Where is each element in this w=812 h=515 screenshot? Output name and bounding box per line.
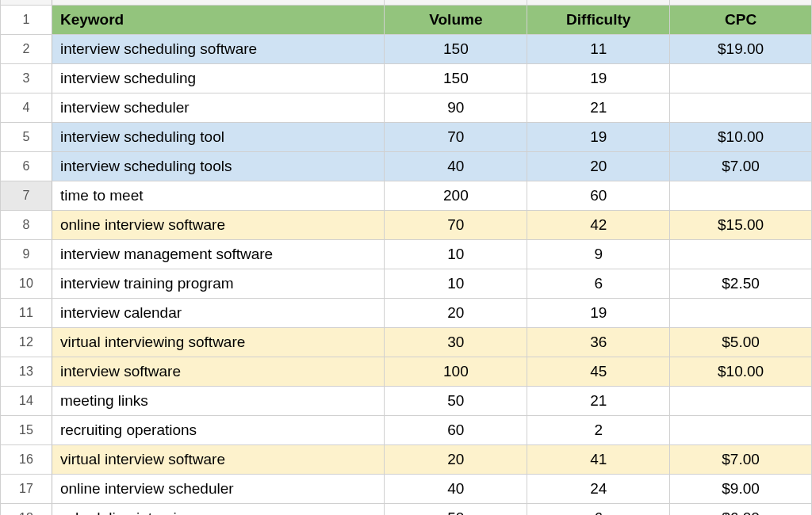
table-row: 9 interview management software 10 9 [1, 239, 812, 269]
header-keyword[interactable]: Keyword [52, 5, 385, 34]
table-row: 6 interview scheduling tools 40 20 $7.00 [1, 151, 812, 181]
cell-difficulty[interactable]: 41 [527, 444, 670, 474]
cell-difficulty[interactable]: 9 [527, 239, 670, 269]
cell-cpc[interactable] [670, 386, 812, 415]
row-number[interactable]: 18 [1, 503, 52, 515]
cell-cpc[interactable]: $6.00 [670, 503, 812, 515]
row-number[interactable]: 2 [1, 34, 52, 63]
cell-difficulty[interactable]: 19 [527, 63, 670, 93]
cell-volume[interactable]: 200 [385, 181, 527, 210]
cell-volume[interactable]: 70 [385, 210, 527, 239]
cell-volume[interactable]: 10 [385, 269, 527, 298]
cell-cpc[interactable] [670, 239, 812, 269]
cell-cpc[interactable]: $9.00 [670, 474, 812, 503]
row-number[interactable]: 8 [1, 210, 52, 239]
cell-difficulty[interactable]: 42 [527, 210, 670, 239]
cell-keyword[interactable]: interview training program [52, 269, 385, 298]
cell-volume[interactable]: 100 [385, 357, 527, 386]
cell-volume[interactable]: 30 [385, 327, 527, 357]
row-number[interactable]: 1 [1, 5, 52, 34]
cell-keyword[interactable]: interview scheduling tool [52, 122, 385, 151]
cell-difficulty[interactable]: 19 [527, 298, 670, 327]
table-row: 13 interview software 100 45 $10.00 [1, 357, 812, 386]
cell-volume[interactable]: 90 [385, 93, 527, 122]
cell-cpc[interactable]: $7.00 [670, 444, 812, 474]
cell-difficulty[interactable]: 21 [527, 386, 670, 415]
row-number[interactable]: 14 [1, 386, 52, 415]
cell-cpc[interactable]: $10.00 [670, 122, 812, 151]
header-volume[interactable]: Volume [385, 5, 527, 34]
table-row: 11 interview calendar 20 19 [1, 298, 812, 327]
cell-difficulty[interactable]: 2 [527, 415, 670, 444]
cell-keyword[interactable]: meeting links [52, 386, 385, 415]
cell-keyword[interactable]: interview scheduling tools [52, 151, 385, 181]
row-number[interactable]: 4 [1, 93, 52, 122]
cell-difficulty[interactable]: 24 [527, 474, 670, 503]
cell-difficulty[interactable]: 6 [527, 503, 670, 515]
cell-volume[interactable]: 20 [385, 444, 527, 474]
cell-volume[interactable]: 10 [385, 239, 527, 269]
cell-cpc[interactable] [670, 415, 812, 444]
cell-keyword[interactable]: interview management software [52, 239, 385, 269]
cell-volume[interactable]: 20 [385, 298, 527, 327]
table-row: 18 scheduling interviews 50 6 $6.00 [1, 503, 812, 515]
table-row: 4 interview scheduler 90 21 [1, 93, 812, 122]
cell-volume[interactable]: 40 [385, 151, 527, 181]
cell-keyword[interactable]: recruiting operations [52, 415, 385, 444]
row-number[interactable]: 6 [1, 151, 52, 181]
row-number[interactable]: 3 [1, 63, 52, 93]
row-number[interactable]: 11 [1, 298, 52, 327]
cell-keyword[interactable]: virtual interview software [52, 444, 385, 474]
cell-volume[interactable]: 50 [385, 503, 527, 515]
cell-keyword[interactable]: interview scheduler [52, 93, 385, 122]
cell-difficulty[interactable]: 19 [527, 122, 670, 151]
cell-volume[interactable]: 150 [385, 63, 527, 93]
cell-cpc[interactable]: $5.00 [670, 327, 812, 357]
row-number[interactable]: 16 [1, 444, 52, 474]
cell-difficulty[interactable]: 20 [527, 151, 670, 181]
cell-difficulty[interactable]: 11 [527, 34, 670, 63]
row-number[interactable]: 17 [1, 474, 52, 503]
cell-keyword[interactable]: interview software [52, 357, 385, 386]
cell-keyword[interactable]: scheduling interviews [52, 503, 385, 515]
cell-difficulty[interactable]: 21 [527, 93, 670, 122]
row-number[interactable]: 7 [1, 181, 52, 210]
cell-volume[interactable]: 50 [385, 386, 527, 415]
row-number[interactable]: 15 [1, 415, 52, 444]
row-number[interactable]: 13 [1, 357, 52, 386]
table-row: 14 meeting links 50 21 [1, 386, 812, 415]
cell-volume[interactable]: 70 [385, 122, 527, 151]
cell-cpc[interactable] [670, 181, 812, 210]
cell-cpc[interactable] [670, 63, 812, 93]
cell-keyword[interactable]: interview calendar [52, 298, 385, 327]
cell-keyword[interactable]: interview scheduling software [52, 34, 385, 63]
cell-cpc[interactable]: $15.00 [670, 210, 812, 239]
spreadsheet-grid[interactable]: 1 Keyword Volume Difficulty CPC 2 interv… [0, 0, 812, 515]
table-row: 12 virtual interviewing software 30 36 $… [1, 327, 812, 357]
cell-cpc[interactable]: $7.00 [670, 151, 812, 181]
table-row: 3 interview scheduling 150 19 [1, 63, 812, 93]
cell-keyword[interactable]: virtual interviewing software [52, 327, 385, 357]
cell-cpc[interactable]: $19.00 [670, 34, 812, 63]
row-number[interactable]: 12 [1, 327, 52, 357]
cell-volume[interactable]: 40 [385, 474, 527, 503]
row-number[interactable]: 10 [1, 269, 52, 298]
row-number[interactable]: 9 [1, 239, 52, 269]
cell-cpc[interactable] [670, 298, 812, 327]
cell-difficulty[interactable]: 36 [527, 327, 670, 357]
cell-keyword[interactable]: online interview scheduler [52, 474, 385, 503]
cell-difficulty[interactable]: 45 [527, 357, 670, 386]
cell-cpc[interactable]: $2.50 [670, 269, 812, 298]
cell-keyword[interactable]: interview scheduling [52, 63, 385, 93]
cell-cpc[interactable] [670, 93, 812, 122]
cell-keyword[interactable]: time to meet [52, 181, 385, 210]
cell-difficulty[interactable]: 60 [527, 181, 670, 210]
header-cpc[interactable]: CPC [670, 5, 812, 34]
cell-volume[interactable]: 60 [385, 415, 527, 444]
cell-keyword[interactable]: online interview software [52, 210, 385, 239]
row-number[interactable]: 5 [1, 122, 52, 151]
cell-volume[interactable]: 150 [385, 34, 527, 63]
cell-difficulty[interactable]: 6 [527, 269, 670, 298]
cell-cpc[interactable]: $10.00 [670, 357, 812, 386]
header-difficulty[interactable]: Difficulty [527, 5, 670, 34]
